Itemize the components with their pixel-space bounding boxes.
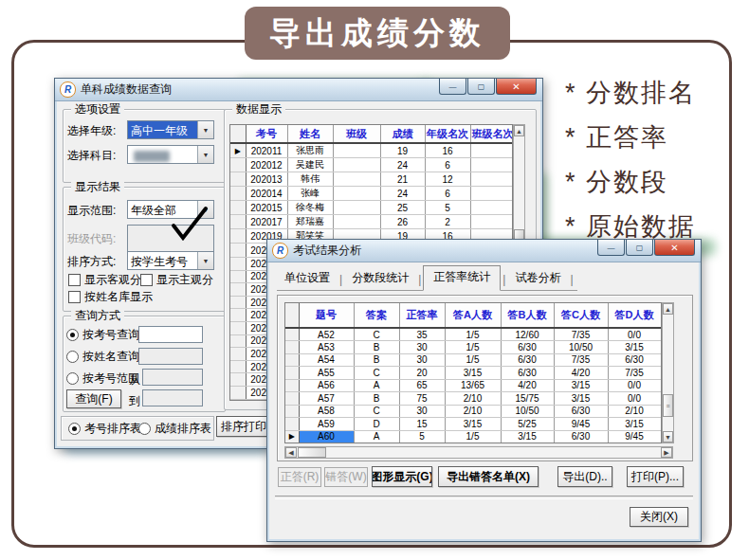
table-cell[interactable]: 202015 [246,201,287,215]
table-cell[interactable]: 2 [425,215,470,229]
table-cell[interactable]: 7/35 [554,353,608,367]
minimize-button[interactable]: — [439,79,466,95]
table-cell[interactable]: 65 [399,379,445,392]
table-cell[interactable]: A55 [299,367,354,380]
table-cell[interactable]: 0/0 [608,379,661,392]
scrollbar-thumb[interactable]: ≡ [663,394,673,417]
table-cell[interactable]: 6/30 [608,353,661,367]
radio-icon[interactable] [138,423,151,435]
table-cell[interactable]: 3/15 [608,341,661,354]
table-cell[interactable] [333,158,380,172]
analysis-window-titlebar[interactable]: R 考试结果分析 — ▢ ✕ [267,240,701,262]
close-dialog-button[interactable]: 关闭(X) [630,507,688,527]
export-button[interactable]: 导出(D).. [557,466,612,487]
table-cell[interactable]: 5 [425,201,470,215]
table-cell[interactable]: 24 [380,158,425,172]
row-selector[interactable] [230,229,246,244]
row-selector[interactable] [230,215,246,229]
column-header[interactable]: 答D人数 [608,303,661,328]
row-selector[interactable]: ▶ [285,430,299,443]
maximize-button[interactable]: ▢ [467,79,495,95]
table-cell[interactable]: 3/15 [445,418,501,431]
table-cell[interactable]: 1/5 [445,430,501,443]
row-selector[interactable] [230,283,246,297]
table-cell[interactable]: 202013 [246,172,287,187]
table-cell[interactable]: 3/15 [445,367,501,380]
table-cell[interactable]: C [354,405,399,418]
table-cell[interactable]: 2/10 [445,392,501,406]
table-cell[interactable]: 10/50 [554,341,608,354]
table-cell[interactable]: 21 [380,172,425,187]
table-cell[interactable]: D [354,418,399,431]
range-to-input[interactable] [142,389,203,406]
table-cell[interactable] [470,201,512,215]
column-header[interactable]: 姓名 [287,125,333,143]
subjective-checkbox[interactable]: 显示主观分 [140,272,213,288]
table-cell[interactable]: 26 [380,215,425,229]
range-from-input[interactable] [142,369,203,386]
wrong-button[interactable]: 错答(W) [324,467,368,487]
print-button[interactable]: 打印(P)... [627,466,684,487]
row-selector[interactable] [230,201,246,215]
scroll-left-icon[interactable]: ◀ [285,447,297,458]
table-cell[interactable] [470,187,512,201]
table-cell[interactable]: 吴建民 [287,158,333,172]
table-cell[interactable]: A53 [299,341,354,354]
table-cell[interactable]: 15/75 [501,392,554,406]
chevron-down-icon[interactable]: ▼ [197,121,213,138]
table-cell[interactable]: 25 [380,201,425,215]
table-cell[interactable]: 20 [399,367,445,380]
maximize-button[interactable]: ▢ [626,240,653,256]
table-row[interactable]: A53B301/56/3010/503/15 [285,341,661,354]
number-sort-radio[interactable]: 考号排序表 [68,421,141,437]
export-wrong-list-button[interactable]: 导出错答名单(X) [438,466,539,487]
by-name-radio[interactable]: 按姓名查询 [66,349,139,365]
table-cell[interactable] [470,143,512,158]
column-header[interactable]: 年级名次 [425,125,470,143]
radio-icon[interactable] [68,423,81,435]
table-cell[interactable]: A59 [299,418,354,431]
column-header[interactable]: 答案 [354,303,399,328]
table-cell[interactable]: A [354,430,399,443]
table-cell[interactable]: 7/35 [554,328,608,341]
table-cell[interactable]: 4/20 [501,379,554,392]
table-cell[interactable]: 6/30 [501,353,554,367]
column-header[interactable]: 正答率 [399,303,445,328]
checkbox-icon[interactable] [68,291,81,303]
row-selector[interactable] [230,187,246,201]
table-cell[interactable]: A [354,379,399,392]
row-selector[interactable] [230,270,246,283]
score-sort-radio[interactable]: 成绩排序表 [138,421,211,437]
by-number-input[interactable] [138,326,203,343]
table-row[interactable]: A54B301/56/307/356/30 [285,353,661,367]
table-cell[interactable]: 0/0 [608,328,661,341]
tab-score-segment[interactable]: 分数段统计 [344,267,416,290]
table-cell[interactable]: 7/35 [608,367,661,380]
subject-combo[interactable]: ▼ [127,145,214,164]
tab-unit-settings[interactable]: 单位设置 [277,267,338,290]
row-selector[interactable]: ▶ [230,143,246,158]
close-button[interactable]: ✕ [654,240,695,256]
table-cell[interactable]: 12/60 [501,328,554,341]
row-selector[interactable] [285,353,299,367]
row-selector[interactable] [230,244,246,258]
table-cell[interactable]: 6/30 [501,341,554,354]
table-cell[interactable]: A60 [299,430,354,443]
column-header[interactable]: 班级 [333,125,380,143]
table-cell[interactable]: 16 [425,143,470,158]
table-cell[interactable]: B [354,341,399,354]
table-cell[interactable]: 30 [399,405,445,418]
table-cell[interactable]: 3/15 [554,379,608,392]
query-button[interactable]: 查询(F) [66,389,121,408]
table-row[interactable]: A58C302/1010/506/302/10 [285,405,661,418]
scroll-up-icon[interactable]: ▲ [663,303,673,315]
scroll-right-icon[interactable]: ▶ [661,447,672,458]
scroll-up-icon[interactable]: ▲ [514,125,524,136]
namelib-checkbox[interactable]: 按姓名库显示 [68,289,153,305]
table-cell[interactable]: 2/10 [445,405,501,418]
table-cell[interactable]: 6/30 [554,405,608,418]
table-row[interactable]: 202012吴建民246 [230,158,512,172]
table-cell[interactable] [333,215,380,229]
table-cell[interactable]: 3/15 [554,392,608,406]
table-row[interactable]: A52C351/512/607/350/0 [285,328,661,341]
